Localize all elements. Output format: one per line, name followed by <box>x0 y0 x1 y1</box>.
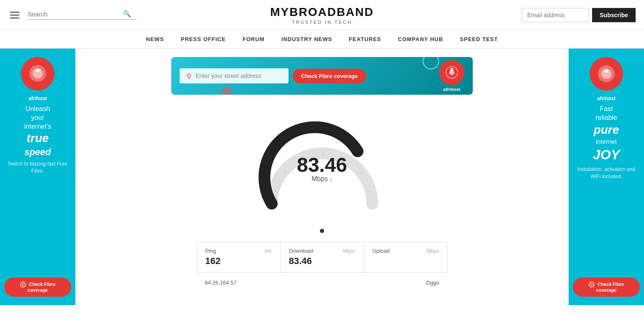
ping-value: 162 <box>205 256 272 267</box>
speed-value-display: 83.46 Mbps ↓ <box>297 155 347 183</box>
banner-address-input[interactable]: Enter your street address <box>180 68 289 83</box>
isp-name: Ziggo <box>425 280 439 286</box>
search-icon[interactable]: 🔍 <box>123 10 131 18</box>
ad-left: afrihost Unleash your internet's true sp… <box>0 49 75 305</box>
ping-label: Ping ms <box>205 248 272 254</box>
upload-label: Upload Mbps <box>372 248 439 254</box>
carousel-dot[interactable] <box>320 229 324 233</box>
download-label: Download Mbps <box>289 248 355 254</box>
main-nav: NEWS PRESS OFFICE FORUM INDUSTRY NEWS FE… <box>0 30 644 49</box>
ping-unit: ms <box>265 248 272 254</box>
svg-point-2 <box>36 69 39 72</box>
nav-company-hub[interactable]: COMPANY HUB <box>398 36 443 42</box>
search-input[interactable] <box>28 10 120 18</box>
speed-unit-label: Mbps <box>312 175 328 183</box>
ad-right: afrihost Fast reliable pure internet JOY… <box>569 49 644 305</box>
speed-unit: Mbps ↓ <box>297 175 347 183</box>
ad-right-headline: Fast reliable pure internet JOY <box>593 105 620 163</box>
email-input[interactable] <box>522 8 589 22</box>
ad-left-content: afrihost Unleash your internet's true sp… <box>4 57 71 180</box>
nav-news[interactable]: NEWS <box>146 36 164 42</box>
download-stat: Download Mbps 83.46 <box>281 242 364 272</box>
center-content: Enter your street address Check Fibre co… <box>75 49 569 305</box>
ad-left-headline: Unleash your internet's true speed <box>24 105 51 158</box>
ad-right-content: afrihost Fast reliable pure internet JOY… <box>573 57 640 185</box>
speed-number: 83.46 <box>297 155 347 175</box>
site-title: MYBROADBAND <box>270 5 374 19</box>
ad-left-brand <box>27 63 48 85</box>
nav-press-office[interactable]: PRESS OFFICE <box>181 36 226 42</box>
banner-logo-circle <box>439 60 464 85</box>
download-unit: Mbps <box>343 248 355 254</box>
nav-forum[interactable]: FORUM <box>242 36 265 42</box>
svg-point-21 <box>591 284 592 285</box>
hamburger-menu[interactable] <box>8 10 21 20</box>
speedometer-section: 83.46 Mbps ↓ Ping ms 162 <box>75 107 569 288</box>
banner-decoration <box>422 57 439 70</box>
footer-row: 84.26.164.57 Ziggo <box>196 277 448 288</box>
nav-industry-news[interactable]: INDUSTRY NEWS <box>281 36 332 42</box>
header-center: MYBROADBAND TRUSTED IN TECH <box>217 5 426 25</box>
header-left: 🔍 <box>8 10 217 20</box>
nav-features[interactable]: FEATURES <box>349 36 381 42</box>
speed-direction-icon: ↓ <box>330 176 332 182</box>
header: 🔍 MYBROADBAND TRUSTED IN TECH Subscribe <box>0 0 644 30</box>
main-layout: afrihost Unleash your internet's true sp… <box>0 49 644 305</box>
ad-right-brand-name: afrihost <box>597 96 616 101</box>
subscribe-button[interactable]: Subscribe <box>592 8 636 22</box>
svg-point-19 <box>605 69 608 73</box>
ad-right-cta-button[interactable]: Check Fibre coverage <box>573 277 640 297</box>
banner-logo: afrihost <box>439 60 464 92</box>
banner-decoration2 <box>222 86 232 95</box>
site-tagline: TRUSTED IN TECH <box>292 20 352 25</box>
ad-left-logo <box>21 57 54 91</box>
ad-right-subtext: Installation, activation and WiFi includ… <box>573 166 640 180</box>
banner-check-button[interactable]: Check Fibre coverage <box>293 69 366 83</box>
svg-point-9 <box>451 68 453 71</box>
nav-speed-test[interactable]: SPEED TEST <box>460 36 498 42</box>
header-right: Subscribe <box>427 8 636 22</box>
banner-inner: Enter your street address Check Fibre co… <box>180 68 439 83</box>
ad-left-subtext: Switch to blazing-fast Pure Fibre. <box>4 161 71 175</box>
ad-left-cta-button[interactable]: Check Fibre coverage <box>4 277 71 297</box>
speedometer-wrap: 83.46 Mbps ↓ <box>255 107 389 225</box>
top-banner-ad: Enter your street address Check Fibre co… <box>171 57 473 95</box>
banner-brand-name: afrihost <box>443 87 460 92</box>
upload-unit: Mbps <box>427 248 439 254</box>
upload-stat: Upload Mbps <box>364 242 447 272</box>
ip-address: 84.26.164.57 <box>205 280 237 286</box>
stats-bar: Ping ms 162 Download Mbps 83.46 Upload M <box>196 241 448 273</box>
banner-placeholder: Enter your street address <box>196 73 261 79</box>
ad-left-brand-name: afrihost <box>28 96 47 101</box>
svg-point-5 <box>187 74 191 77</box>
download-value: 83.46 <box>289 256 355 267</box>
search-container: 🔍 <box>28 10 137 20</box>
carousel-indicator <box>320 229 324 233</box>
svg-point-4 <box>22 284 24 285</box>
ping-stat: Ping ms 162 <box>197 242 281 272</box>
ad-right-logo <box>590 57 623 91</box>
